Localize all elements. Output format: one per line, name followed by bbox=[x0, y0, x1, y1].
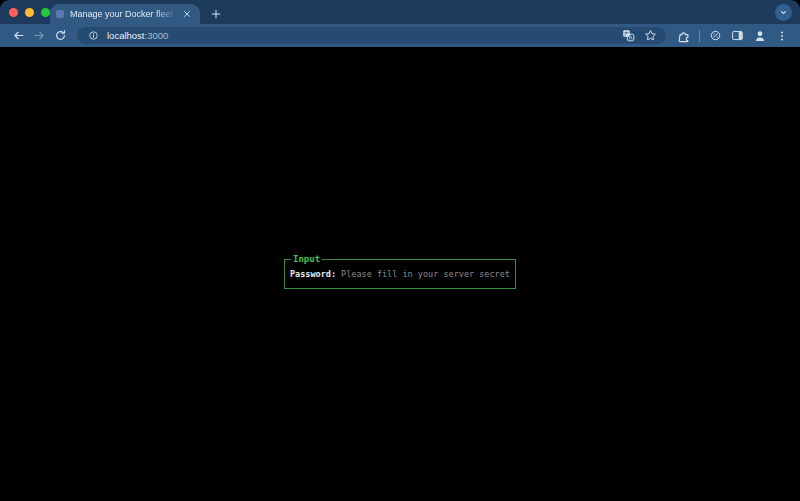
url-port: :3000 bbox=[145, 30, 169, 41]
browser-window: Manage your Docker fleet wi localhost:30 bbox=[0, 0, 800, 501]
back-button[interactable] bbox=[9, 27, 27, 45]
browser-toolbar: localhost:3000 bbox=[0, 24, 800, 47]
bookmark-star-icon[interactable] bbox=[642, 28, 658, 44]
window-minimize-button[interactable] bbox=[25, 8, 34, 17]
browser-menu-icon[interactable] bbox=[772, 27, 791, 45]
window-zoom-button[interactable] bbox=[41, 8, 50, 17]
input-box-legend: Input bbox=[291, 253, 322, 266]
page-content: Input Password: Please fill in your serv… bbox=[0, 47, 800, 501]
url-host: localhost bbox=[107, 30, 145, 41]
side-panel-icon[interactable] bbox=[728, 27, 747, 45]
window-close-button[interactable] bbox=[9, 8, 18, 17]
site-info-icon[interactable] bbox=[85, 28, 101, 44]
url-text: localhost:3000 bbox=[107, 30, 168, 41]
traffic-lights bbox=[9, 8, 50, 17]
browser-tab-active[interactable]: Manage your Docker fleet wi bbox=[50, 4, 200, 24]
reload-button[interactable] bbox=[51, 27, 69, 45]
password-label: Password: bbox=[290, 269, 336, 279]
extensions-icon[interactable] bbox=[674, 27, 693, 45]
forward-button[interactable] bbox=[30, 27, 48, 45]
toolbar-divider bbox=[699, 30, 700, 42]
profile-avatar-icon[interactable] bbox=[750, 27, 769, 45]
translate-icon[interactable] bbox=[620, 28, 636, 44]
pinned-extension-icon[interactable] bbox=[706, 27, 725, 45]
address-bar[interactable]: localhost:3000 bbox=[77, 27, 666, 44]
tab-title: Manage your Docker fleet wi bbox=[70, 9, 180, 19]
tab-overview-button[interactable] bbox=[775, 4, 792, 21]
tab-close-icon[interactable] bbox=[180, 7, 194, 21]
password-placeholder: Please fill in your server secret bbox=[341, 269, 510, 279]
new-tab-button[interactable] bbox=[205, 4, 227, 24]
tab-strip: Manage your Docker fleet wi bbox=[0, 0, 800, 24]
tab-favicon-icon bbox=[56, 10, 64, 18]
password-input-box[interactable]: Input Password: Please fill in your serv… bbox=[284, 259, 516, 289]
